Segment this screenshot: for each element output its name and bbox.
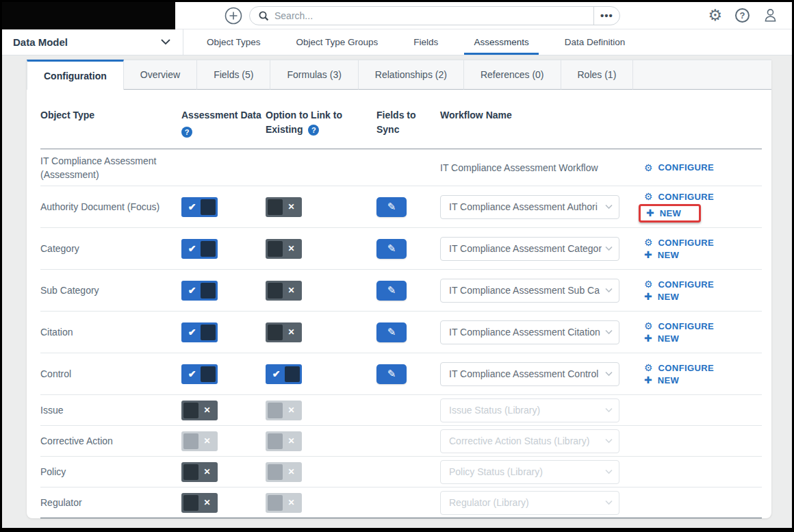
nav-tab-object-type-groups[interactable]: Object Type Groups xyxy=(279,29,396,55)
assessment-data-cell: ✕ xyxy=(181,401,266,420)
workflow-select: Issue Status (Library) xyxy=(440,398,619,422)
nav-tab-fields[interactable]: Fields xyxy=(396,29,456,55)
assessment-data-toggle-knob xyxy=(183,433,198,449)
object-type-label: Sub Category xyxy=(40,283,181,297)
configure-button[interactable]: ⚙CONFIGURE xyxy=(639,238,714,248)
help-icon[interactable]: ? xyxy=(181,127,192,138)
table-row: Citation✔✕✎IT Compliance Assessment Cita… xyxy=(40,312,762,353)
nav-row: Data Model Object TypesObject Type Group… xyxy=(2,29,792,55)
link-existing-toggle[interactable]: ✔ xyxy=(266,364,302,384)
cross-icon: ✕ xyxy=(283,327,300,337)
link-existing-toggle: ✕ xyxy=(266,493,302,513)
nav-tab-assessments[interactable]: Assessments xyxy=(456,29,546,55)
assessment-data-cell: ✔ xyxy=(181,281,266,301)
configure-button[interactable]: ⚙CONFIGURE xyxy=(639,279,714,290)
new-button[interactable]: ✚NEW xyxy=(639,375,679,385)
fields-to-sync-button[interactable]: ✎ xyxy=(376,281,407,301)
new-label: NEW xyxy=(658,333,680,344)
assessment-data-toggle[interactable]: ✔ xyxy=(181,322,218,342)
highlight-annotation: ✚NEW xyxy=(639,204,701,223)
assessment-card: ConfigurationOverviewFields (5)Formulas … xyxy=(27,60,771,518)
check-icon: ✔ xyxy=(183,368,201,379)
assessment-data-toggle[interactable]: ✕ xyxy=(181,401,218,420)
fields-to-sync-button[interactable]: ✎ xyxy=(376,197,407,217)
gear-icon: ⚙ xyxy=(644,192,653,201)
workflow-select[interactable]: IT Compliance Assessment Categor xyxy=(440,237,619,261)
gear-icon: ⚙ xyxy=(644,279,653,289)
cross-icon: ✕ xyxy=(198,467,216,477)
configure-button[interactable]: ⚙CONFIGURE xyxy=(639,321,714,331)
workflow-cell: IT Compliance Assessment Workflow xyxy=(440,162,632,174)
data-model-selector[interactable]: Data Model xyxy=(2,29,183,55)
assessment-data-cell: ✕ xyxy=(181,493,266,513)
tab-configuration[interactable]: Configuration xyxy=(27,60,124,90)
assessment-data-toggle[interactable]: ✔ xyxy=(181,364,218,384)
search-icon xyxy=(258,10,269,21)
table-row: Sub Category✔✕✎IT Compliance Assessment … xyxy=(40,270,762,312)
assessment-data-toggle[interactable]: ✔ xyxy=(181,239,218,259)
tab-formulas-3[interactable]: Formulas (3) xyxy=(270,60,358,90)
gear-icon[interactable]: ⚙ xyxy=(708,8,722,23)
configure-label: CONFIGURE xyxy=(658,192,715,202)
ellipsis-icon[interactable]: ••• xyxy=(593,7,619,25)
link-existing-toggle[interactable]: ✕ xyxy=(266,239,302,259)
new-button[interactable]: ✚NEW xyxy=(639,333,679,344)
link-existing-cell: ✕ xyxy=(266,239,376,259)
tab-overview[interactable]: Overview xyxy=(124,60,197,90)
chevron-down-icon xyxy=(605,371,613,377)
assessment-data-toggle-knob xyxy=(201,283,216,299)
col-header-workflow-name: Workflow Name xyxy=(440,108,762,123)
link-existing-toggle[interactable]: ✕ xyxy=(266,197,302,217)
nav-tab-data-definition[interactable]: Data Definition xyxy=(547,29,643,55)
tab-fields-5[interactable]: Fields (5) xyxy=(197,60,270,90)
fields-to-sync-button[interactable]: ✎ xyxy=(376,239,407,259)
configure-button[interactable]: ⚙CONFIGURE xyxy=(639,192,714,202)
object-type-label: Control xyxy=(40,367,181,381)
link-existing-toggle[interactable]: ✕ xyxy=(266,322,302,342)
link-existing-cell: ✕ xyxy=(266,431,376,451)
row-actions: ⚙CONFIGURE xyxy=(632,162,762,173)
help-icon[interactable]: ? xyxy=(735,8,750,23)
link-existing-toggle-knob xyxy=(285,366,300,382)
workflow-select[interactable]: IT Compliance Assessment Sub Ca xyxy=(440,279,619,303)
new-button[interactable]: ✚NEW xyxy=(639,250,679,260)
workflow-select: Corrective Action Status (Library) xyxy=(440,429,619,453)
user-icon[interactable] xyxy=(763,8,778,23)
configure-button[interactable]: ⚙CONFIGURE xyxy=(639,363,714,373)
link-existing-toggle-knob xyxy=(268,495,283,511)
table-row: Issue✕✕Issue Status (Library) xyxy=(40,395,762,426)
assessment-data-toggle-knob xyxy=(183,464,198,480)
cross-icon: ✕ xyxy=(283,244,300,253)
assessment-data-toggle[interactable]: ✕ xyxy=(181,462,218,482)
check-icon: ✔ xyxy=(183,243,201,254)
assessment-data-toggle[interactable]: ✔ xyxy=(181,197,218,217)
tab-roles-1[interactable]: Roles (1) xyxy=(561,60,634,90)
link-existing-toggle-knob xyxy=(268,325,283,340)
tab-references-0[interactable]: References (0) xyxy=(464,60,561,90)
help-icon[interactable]: ? xyxy=(308,125,319,136)
fields-to-sync-button[interactable]: ✎ xyxy=(376,364,407,384)
assessment-data-toggle: ✕ xyxy=(181,431,218,451)
configure-button[interactable]: ⚙CONFIGURE xyxy=(639,162,714,173)
workflow-select[interactable]: IT Compliance Assessment Citation xyxy=(440,320,619,344)
create-icon[interactable] xyxy=(225,7,242,25)
assessment-data-toggle[interactable]: ✔ xyxy=(181,281,218,301)
search-input[interactable]: Search... ••• xyxy=(249,6,620,25)
workflow-select-value: IT Compliance Assessment Citation xyxy=(449,327,600,338)
workflow-select[interactable]: IT Compliance Assessment Authori xyxy=(440,195,619,219)
fields-to-sync-button[interactable]: ✎ xyxy=(376,322,407,342)
workflow-cell: IT Compliance Assessment Categor xyxy=(440,237,632,261)
link-existing-toggle[interactable]: ✕ xyxy=(266,281,302,301)
fields-sync-cell: ✎ xyxy=(376,239,440,259)
chevron-down-icon xyxy=(605,288,613,293)
workflow-select-value: IT Compliance Assessment Control xyxy=(449,368,598,379)
new-button[interactable]: ✚NEW xyxy=(641,208,681,218)
tab-relationships-2[interactable]: Relationships (2) xyxy=(359,60,464,90)
new-button[interactable]: ✚NEW xyxy=(639,292,679,302)
workflow-select[interactable]: IT Compliance Assessment Control xyxy=(440,362,619,386)
plus-icon: ✚ xyxy=(644,292,652,301)
assessment-data-toggle[interactable]: ✕ xyxy=(181,493,218,513)
col-header-option-link: Option to Link to Existing ? xyxy=(266,108,376,137)
nav-tab-object-types[interactable]: Object Types xyxy=(189,29,279,55)
cross-icon: ✕ xyxy=(283,405,300,415)
